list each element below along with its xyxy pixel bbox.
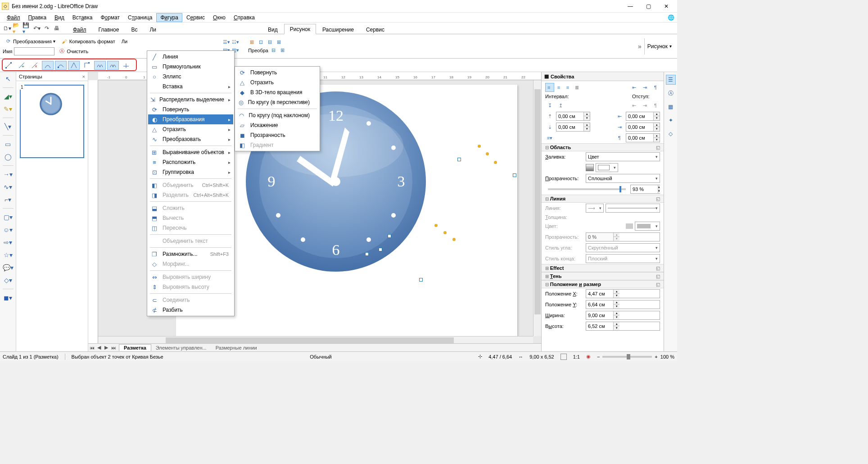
ellipse-tool[interactable]: ◯ (2, 152, 14, 162)
fill-type-select[interactable]: Цвет▾ (586, 152, 660, 161)
page-thumbnail[interactable]: 1 (20, 85, 84, 158)
more-icon[interactable]: » (638, 43, 642, 50)
tab-extension[interactable]: Расширение (316, 24, 360, 34)
layer-tab-1[interactable]: Элементы управлен... (151, 345, 211, 351)
menu-item[interactable]: ≡Расположить▸ (148, 157, 233, 167)
transform-dropdown[interactable]: ⟳Преобразования ▾ (3, 37, 57, 46)
zoom-value[interactable]: 100 % (660, 354, 674, 359)
menu-item[interactable]: △Отразить▸ (148, 124, 233, 134)
menu-file[interactable]: Файл (3, 13, 24, 22)
dist-v-icon[interactable]: ⊞ (279, 47, 286, 54)
connector-tool[interactable]: ⌐▾ (2, 195, 14, 205)
indent-inc-icon[interactable]: ⇥ (640, 83, 649, 92)
flowchart[interactable]: ◇▾ (2, 275, 14, 285)
sidebar-gallery-icon[interactable]: ▦ (666, 102, 676, 112)
basic-shapes[interactable]: ▢▾ (2, 212, 14, 222)
open-icon[interactable]: 📂▾ (13, 24, 22, 33)
submenu-item[interactable]: ◎По кругу (в перспективе) (236, 97, 319, 107)
print-icon[interactable]: 🖶 (52, 24, 61, 33)
tab-line-trunc[interactable]: Ли (144, 24, 162, 34)
menu-view[interactable]: Вид (50, 13, 68, 22)
ep-close[interactable] (81, 60, 93, 71)
submenu-item[interactable]: ⟳Повернуть (236, 68, 319, 77)
ep-tan1[interactable] (94, 61, 106, 70)
ep-smooth[interactable] (55, 61, 67, 70)
submenu-item[interactable]: △Отразить (236, 77, 319, 87)
menu-item[interactable]: ❐Размножить...Shift+F3 (148, 249, 233, 259)
zoom-out[interactable]: − (597, 354, 600, 359)
layer-prev[interactable]: ◀ (95, 345, 103, 350)
line-tool[interactable]: ╲▾ (2, 122, 14, 132)
menu-help[interactable]: Справка (230, 13, 259, 22)
sidebar-shapes-icon[interactable]: ◇ (666, 129, 676, 139)
symbol-shapes[interactable]: ☺▾ (2, 225, 14, 235)
save-status-icon[interactable]: ◉ (586, 354, 591, 359)
layer-tab-2[interactable]: Размерные линии (211, 345, 262, 351)
menu-shape[interactable]: Фигура (156, 13, 182, 22)
dist-h-icon[interactable]: ⊟ (270, 47, 277, 54)
preobra-label[interactable]: Преобра (248, 48, 268, 53)
ep-insert[interactable]: + (16, 60, 27, 71)
scrollbar-vertical[interactable] (533, 80, 541, 336)
sidebar-styles-icon[interactable]: Ⓐ (666, 88, 676, 98)
align-just-icon[interactable]: ≣ (572, 83, 581, 92)
align-icon2[interactable]: ☷▾ (232, 39, 239, 46)
height-spin[interactable]: ▴▾ (586, 322, 660, 331)
new-doc-icon[interactable]: 🗋▾ (3, 24, 12, 33)
tab-drawing[interactable]: Рисунок (284, 24, 316, 34)
grid-b[interactable]: ⊞ (275, 39, 282, 46)
layer-first[interactable]: ⏮ (88, 345, 95, 350)
callouts[interactable]: 💬▾ (2, 263, 14, 273)
trans-type-select[interactable]: Сплошной▾ (586, 174, 660, 183)
spacing-below[interactable]: ▴▾ (556, 123, 590, 132)
menu-item[interactable]: ⊄Разбить (148, 305, 233, 315)
pages-close-icon[interactable]: × (82, 74, 85, 79)
copy-format-btn[interactable]: 🖌Копировать формат (59, 37, 117, 46)
ep-delete[interactable]: × (29, 60, 41, 71)
rect-tool[interactable]: ▭ (2, 139, 14, 149)
ep-elim[interactable] (120, 60, 132, 71)
menu-item[interactable]: ◐Преобразования▸ (148, 114, 233, 124)
3d-color[interactable]: ◼▾ (2, 293, 14, 303)
menu-format[interactable]: Формат (96, 13, 124, 22)
menu-insert[interactable]: Вставка (68, 13, 97, 22)
transparency-slider[interactable] (548, 188, 626, 190)
minimize-button[interactable]: — (621, 0, 639, 13)
layer-tab-active[interactable]: Разметка (119, 344, 151, 351)
tab-file[interactable]: Файл (67, 24, 92, 34)
drawing-menu-btn[interactable]: Рисунок▾ (647, 43, 672, 50)
sp-below-icon[interactable]: ↥ (556, 101, 565, 110)
figure-menu[interactable]: ╱Линия▭Прямоугольник○ЭллипсВставка▸⇲Расп… (147, 50, 235, 316)
width-spin[interactable]: ▴▾ (586, 311, 660, 320)
transform-submenu[interactable]: ⟳Повернуть△Отразить◆В 3D-тело вращения◎П… (235, 66, 320, 151)
gradient-swatch[interactable] (586, 164, 594, 171)
sidebar-props-icon[interactable]: ☰ (666, 75, 676, 85)
layer-last[interactable]: ⏭ (110, 345, 117, 350)
sp-above-icon[interactable]: ↧ (545, 101, 554, 110)
submenu-item[interactable]: ◼Прозрачность (236, 130, 319, 140)
curve-tool[interactable]: ∿▾ (2, 182, 14, 192)
menu-item[interactable]: ⇲Распределить выделение▸ (148, 95, 233, 105)
pos-x-spin[interactable]: ▴▾ (586, 289, 660, 298)
menu-item[interactable]: Вставка▸ (148, 82, 233, 91)
pointer-tool[interactable]: ↖ (2, 74, 14, 84)
submenu-item[interactable]: ◠По кругу (под наклоном) (236, 110, 319, 120)
redo-icon[interactable]: ↷ (42, 24, 51, 33)
tab-insert-trunc[interactable]: Вс (125, 24, 143, 34)
menu-window[interactable]: Окно (209, 13, 230, 22)
menu-item[interactable]: ⟳Повернуть (148, 105, 233, 114)
arrow-tool[interactable]: →▾ (2, 169, 14, 179)
menu-item[interactable]: ○Эллипс (148, 72, 233, 82)
indent-after[interactable]: ▴▾ (626, 123, 660, 132)
transparency-spin[interactable]: ▴▾ (630, 185, 660, 194)
globe-icon[interactable]: 🌐 (668, 14, 674, 21)
align-left-icon[interactable]: ≡ (545, 83, 554, 92)
close-button[interactable]: ✕ (657, 0, 675, 13)
block-arrows[interactable]: ⇨▾ (2, 237, 14, 247)
indent-dec-icon[interactable]: ⇤ (629, 83, 638, 92)
ep-tan2[interactable] (107, 61, 119, 70)
menu-item[interactable]: ∿Преобразовать▸ (148, 134, 233, 144)
clear-format-btn[interactable]: ⒶОчистить (56, 47, 90, 56)
align-icon[interactable]: ☰▾ (223, 39, 230, 46)
status-scale[interactable]: 1:1 (573, 354, 580, 359)
